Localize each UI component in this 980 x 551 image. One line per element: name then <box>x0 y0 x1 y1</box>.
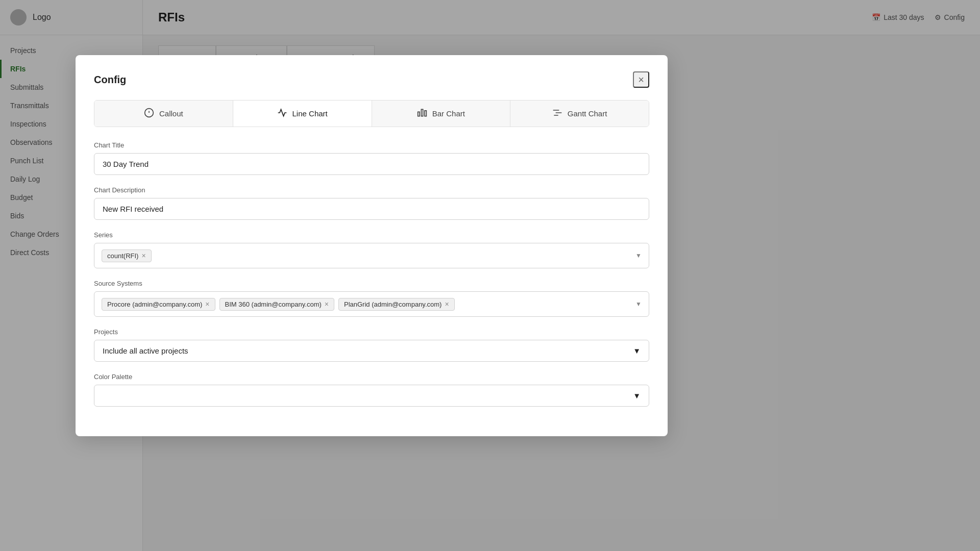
svg-rect-5 <box>425 111 426 116</box>
projects-value: Include all active projects <box>103 346 188 355</box>
line-chart-icon <box>277 108 287 119</box>
series-label: Series <box>94 231 649 239</box>
callout-icon <box>144 108 154 119</box>
modal-title: Config <box>94 74 126 86</box>
chart-title-group: Chart Title <box>94 141 649 175</box>
source-systems-group: Source Systems Procore (admin@company.co… <box>94 280 649 317</box>
tab-label-gantt-chart: Gantt Chart <box>568 109 607 118</box>
source-tag-remove[interactable]: × <box>325 300 329 308</box>
bar-chart-icon <box>417 108 427 119</box>
source-systems-field[interactable]: Procore (admin@company.com)×BIM 360 (adm… <box>94 291 649 317</box>
series-field[interactable]: count(RFI)×▼ <box>94 243 649 268</box>
source-tag-remove[interactable]: × <box>445 300 449 308</box>
svg-rect-4 <box>421 109 423 116</box>
color-palette-dropdown-arrow: ▼ <box>633 391 641 400</box>
chart-description-label: Chart Description <box>94 186 649 194</box>
source-tag: Procore (admin@company.com)× <box>102 298 215 311</box>
app-layout: Logo ProjectsRFIsSubmittalsTransmittalsI… <box>0 0 980 551</box>
source-dropdown-arrow: ▼ <box>635 300 642 308</box>
svg-rect-3 <box>418 112 419 116</box>
series-tag: count(RFI)× <box>102 249 152 262</box>
projects-dropdown-arrow: ▼ <box>633 346 641 355</box>
projects-group: Projects Include all active projects ▼ <box>94 328 649 362</box>
gantt-chart-icon <box>552 108 562 119</box>
projects-select[interactable]: Include all active projects ▼ <box>94 340 649 362</box>
series-group: Series count(RFI)×▼ <box>94 231 649 268</box>
source-systems-label: Source Systems <box>94 280 649 287</box>
series-tag-remove[interactable]: × <box>141 252 145 259</box>
chart-type-tabs: CalloutLine ChartBar ChartGantt Chart <box>94 100 649 127</box>
tab-line-chart[interactable]: Line Chart <box>233 101 372 127</box>
source-tag-remove[interactable]: × <box>205 300 209 308</box>
tab-bar-chart[interactable]: Bar Chart <box>372 101 511 127</box>
modal-header: Config × <box>94 71 649 88</box>
color-palette-group: Color Palette ▼ <box>94 373 649 407</box>
source-tag: BIM 360 (admin@company.com)× <box>219 298 334 311</box>
source-tag: PlanGrid (admin@company.com)× <box>338 298 455 311</box>
modal-close-button[interactable]: × <box>633 71 649 88</box>
tab-gantt-chart[interactable]: Gantt Chart <box>510 101 649 127</box>
tab-label-bar-chart: Bar Chart <box>432 109 465 118</box>
series-dropdown-arrow: ▼ <box>635 252 642 259</box>
tab-callout[interactable]: Callout <box>94 101 233 127</box>
color-palette-select[interactable]: ▼ <box>94 385 649 407</box>
tab-label-line-chart: Line Chart <box>292 109 328 118</box>
chart-description-input[interactable] <box>94 198 649 220</box>
projects-label: Projects <box>94 328 649 336</box>
tab-label-callout: Callout <box>159 109 183 118</box>
chart-title-label: Chart Title <box>94 141 649 149</box>
chart-description-group: Chart Description <box>94 186 649 220</box>
color-palette-label: Color Palette <box>94 373 649 381</box>
config-modal: Config × CalloutLine ChartBar ChartGantt… <box>76 55 668 436</box>
chart-title-input[interactable] <box>94 153 649 175</box>
